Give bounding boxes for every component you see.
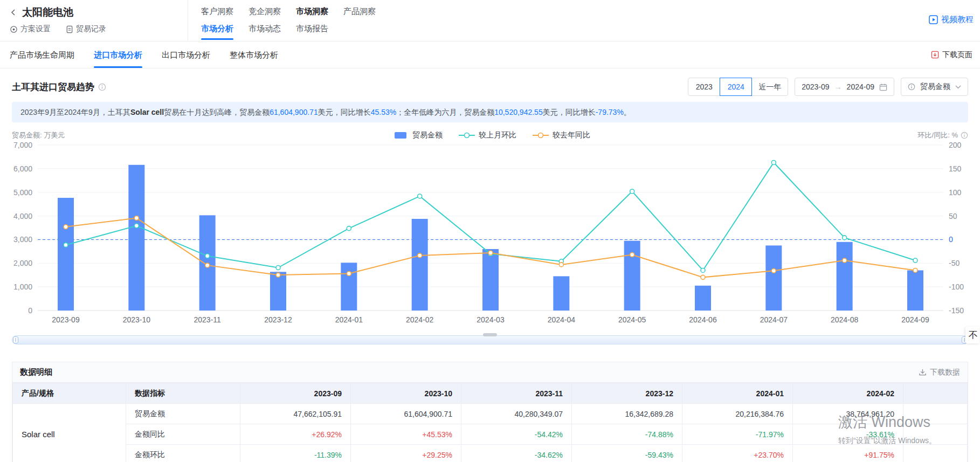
chart-title: 土耳其进口贸易趋势 [12,81,94,93]
svg-text:150: 150 [949,164,962,173]
marker-较去年同比-2024-07 [771,268,776,273]
marker-较上月环比-2024-07 [771,160,776,164]
metric-select[interactable]: 贸易金额 [901,78,968,96]
video-tutorial-link[interactable]: 视频教程 [929,15,974,25]
nav-item-2[interactable]: 进口市场分析 [94,42,142,68]
marker-较上月环比-2024-02 [418,194,422,198]
column-header-5: 2023-11 [461,383,572,404]
table-row-金额环比: 金额环比-11.39%+29.25%-34.62%-59.43%+23.70%+… [13,445,968,462]
legend-label: 较去年同比 [553,130,590,140]
nav-item-1[interactable]: 产品市场生命周期 [10,42,74,68]
sub-tab-3[interactable]: 市场报告 [296,24,328,40]
sub-tab-2[interactable]: 市场动态 [249,24,281,40]
axis-info-icon[interactable] [961,132,968,139]
indicator-cell: 贸易金额 [126,404,240,424]
marker-较上月环比-2024-05 [630,189,634,194]
settings-icon [10,25,18,33]
indicator-cell: 金额环比 [126,445,240,462]
year-button-2024[interactable]: 2024 [720,78,752,96]
nav-item-3[interactable]: 出口市场分析 [162,42,210,68]
value-cell-2023-10: +45.53% [351,424,461,445]
legend-item-line-2[interactable]: 较去年同比 [533,130,590,140]
bar-2024-04 [553,276,569,311]
svg-text:100: 100 [949,188,962,197]
svg-text:2024-01: 2024-01 [335,315,363,324]
slider-handle-left[interactable] [13,336,18,343]
main-tab-3[interactable]: 市场洞察 [296,6,328,17]
download-page-button[interactable]: 下载页面 [931,42,972,68]
bar-2023-10 [128,165,144,311]
market-analysis-nav: 产品市场生命周期进口市场分析出口市场分析整体市场分析 下载页面 [0,42,980,68]
marker-较去年同比-2023-12 [276,273,280,277]
page-title: 太阳能电池 [22,5,73,19]
value-cell-trailing [903,424,968,445]
value-cell-2023-12: -59.43% [572,445,682,462]
bar-2024-07 [765,245,782,311]
left-axis-title: 贸易金额: 万美元 [12,130,65,140]
svg-text:2024-09: 2024-09 [901,315,929,324]
marker-较上月环比-2024-09 [913,258,917,263]
value-cell-2024-02: 38,764,961.20 [793,404,903,424]
bar-2024-02 [412,219,428,311]
marker-较上月环比-2024-06 [701,268,705,272]
marker-较上月环比-2024-08 [843,236,847,240]
year-range-buttons: 20232024近一年 [688,78,788,96]
svg-text:2024-02: 2024-02 [406,315,434,324]
back-icon[interactable] [10,9,17,16]
scheme-settings-link[interactable]: 方案设置 [10,24,51,34]
legend-label: 贸易金额 [412,130,443,140]
main-tab-2[interactable]: 竞企洞察 [249,6,281,17]
legend-bar-swatch [392,132,409,139]
svg-text:50: 50 [949,212,957,220]
value-cell-2023-12: -74.88% [572,424,682,445]
bar-2023-12 [270,272,286,311]
year-button-2023[interactable]: 2023 [688,78,720,96]
metric-select-value: 贸易金额 [920,82,950,92]
date-range-picker[interactable]: 2023-09 → 2024-09 [795,78,894,96]
download-page-label: 下载页面 [942,50,972,60]
summary-banner: 2023年9月至2024年9月，土耳其Solar cell贸易在十月达到高峰，贸… [12,102,968,122]
sub-tab-1[interactable]: 市场分析 [201,24,233,40]
marker-较去年同比-2024-02 [418,253,422,258]
value-cell-2023-11: -34.62% [461,445,572,462]
summary-segment: Solar cell [130,108,164,116]
trade-records-link[interactable]: 贸易记录 [66,24,106,34]
value-cell-2024-01: 20,216,384.76 [682,404,793,424]
svg-text:2024-08: 2024-08 [831,315,859,324]
datazoom-slider[interactable] [12,335,968,344]
svg-text:2024-07: 2024-07 [760,315,788,324]
marker-较去年同比-2024-01 [347,272,351,276]
value-cell-2023-09: +26.92% [240,424,351,445]
nav-item-4[interactable]: 整体市场分析 [230,42,278,68]
value-cell-2024-02: +91.75% [793,445,903,462]
info-icon[interactable] [98,83,106,91]
summary-segment: ；全年低峰为六月，贸易金额 [396,108,494,116]
bar-2024-01 [341,263,357,311]
legend-item-trade-amount[interactable]: 贸易金额 [392,130,443,140]
arrow-right-icon: → [834,82,842,91]
title-block: 太阳能电池 方案设置 贸易记录 [0,0,188,41]
data-detail-table: 产品/规格数据指标2023-092023-102023-112023-12202… [12,383,968,462]
svg-text:-150: -150 [949,306,964,315]
import-trend-section: 土耳其进口贸易趋势 20232024近一年 2023-09 → 2024-09 … [0,68,980,344]
svg-text:7,000: 7,000 [13,141,32,149]
video-tutorial-label: 视频教程 [941,15,974,25]
main-tab-4[interactable]: 产品洞察 [343,6,376,17]
legend-label: 较上月环比 [479,130,516,140]
chart-controls: 20232024近一年 2023-09 → 2024-09 贸易金额 [688,78,968,96]
download-data-button[interactable]: 下载数据 [919,368,960,377]
trend-chart[interactable]: 01,0002,0003,0004,0005,0006,0007,000-150… [12,141,968,329]
svg-text:-100: -100 [949,282,964,291]
floating-button-cutoff[interactable]: 不 [965,327,979,343]
bar-2023-09 [58,198,74,311]
download-data-icon [919,368,927,376]
slider-notch[interactable] [483,333,497,336]
top-header: 太阳能电池 方案设置 贸易记录 客户洞察竞企洞察市场洞察产品洞察 市场分析市场动… [0,0,980,42]
year-button-近一年[interactable]: 近一年 [751,78,788,96]
svg-text:-50: -50 [949,259,960,267]
legend-item-line-1[interactable]: 较上月环比 [459,130,516,140]
main-tab-1[interactable]: 客户洞察 [201,6,233,17]
value-cell-2023-10: 61,604,900.71 [351,404,461,424]
legend-line-swatch [533,132,549,139]
value-cell-trailing [903,445,968,462]
